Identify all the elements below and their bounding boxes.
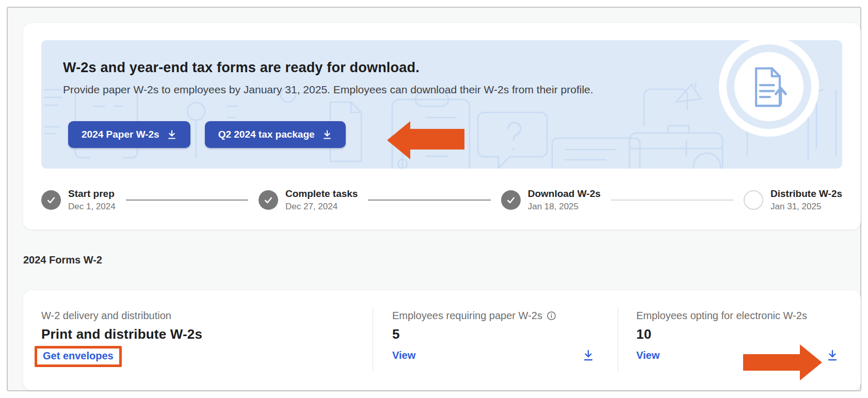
download-icon[interactable]	[582, 349, 594, 361]
paper-w2s-button-label: 2024 Paper W-2s	[82, 129, 159, 140]
delivery-column-title: Print and distribute W-2s	[41, 326, 373, 342]
step-complete-circle	[501, 190, 521, 210]
timeline-connector	[126, 200, 248, 201]
w2-dashboard-screen: W-2s and year-end tax forms are ready fo…	[0, 0, 868, 398]
get-envelopes-highlight-box: Get envelopes	[35, 346, 122, 367]
timeline-step-download-w2s: Download W-2s Jan 18, 2025	[501, 188, 601, 212]
step-pending-circle	[744, 190, 763, 210]
step-date: Jan 18, 2025	[528, 202, 601, 212]
download-icon	[167, 129, 177, 140]
electronic-w2s-column-label: Employees opting for electronic W-2s	[636, 310, 807, 322]
annotation-arrow-left-icon	[387, 121, 464, 159]
timeline-connector	[611, 200, 733, 201]
step-complete-circle	[41, 190, 61, 210]
info-icon[interactable]	[546, 311, 556, 321]
get-envelopes-link[interactable]: Get envelopes	[43, 350, 114, 361]
step-complete-circle	[259, 190, 278, 210]
column-divider	[373, 307, 373, 371]
step-date: Jan 31, 2025	[770, 202, 842, 212]
paper-w2s-view-link[interactable]: View	[392, 350, 415, 361]
timeline-step-complete-tasks: Complete tasks Dec 27, 2024	[259, 188, 358, 212]
timeline-connector	[368, 200, 490, 201]
electronic-w2s-view-link[interactable]: View	[636, 350, 660, 361]
banner-badge	[719, 40, 819, 137]
step-label: Complete tasks	[285, 188, 358, 200]
step-label: Start prep	[68, 188, 116, 200]
q2-tax-package-button-label: Q2 2024 tax package	[218, 129, 315, 140]
w2-summary-card: W-2 delivery and distribution Print and …	[23, 290, 861, 390]
check-icon	[46, 195, 56, 205]
paper-w2s-download-button[interactable]: 2024 Paper W-2s	[68, 121, 190, 148]
step-date: Dec 1, 2024	[68, 202, 116, 212]
step-label: Distribute W-2s	[770, 188, 842, 200]
check-icon	[506, 195, 516, 205]
delivery-column-label: W-2 delivery and distribution	[41, 310, 373, 322]
timeline-step-distribute-w2s: Distribute W-2s Jan 31, 2025	[744, 188, 842, 212]
electronic-w2s-count: 10	[636, 326, 839, 342]
column-divider	[618, 307, 618, 371]
paper-w2s-count: 5	[392, 326, 594, 342]
electronic-w2s-column: Employees opting for electronic W-2s 10 …	[618, 290, 861, 390]
step-date: Dec 27, 2024	[285, 202, 358, 212]
delivery-column: W-2 delivery and distribution Print and …	[23, 290, 373, 390]
page-frame: W-2s and year-end tax forms are ready fo…	[7, 7, 861, 391]
document-upload-icon	[749, 64, 789, 109]
check-icon	[263, 195, 274, 205]
timeline-step-start-prep: Start prep Dec 1, 2024	[41, 188, 116, 212]
step-label: Download W-2s	[528, 188, 601, 200]
w2-progress-timeline: Start prep Dec 1, 2024 Complete tasks De…	[41, 185, 842, 215]
paper-w2s-column-label: Employees requiring paper W-2s	[392, 310, 542, 322]
section-title: 2024 Forms W-2	[23, 254, 102, 266]
paper-w2s-column: Employees requiring paper W-2s 5 View	[373, 290, 618, 390]
download-icon[interactable]	[826, 349, 839, 361]
q2-tax-package-download-button[interactable]: Q2 2024 tax package	[205, 121, 346, 148]
annotation-arrow-right-icon	[743, 344, 822, 380]
download-icon	[322, 129, 332, 140]
